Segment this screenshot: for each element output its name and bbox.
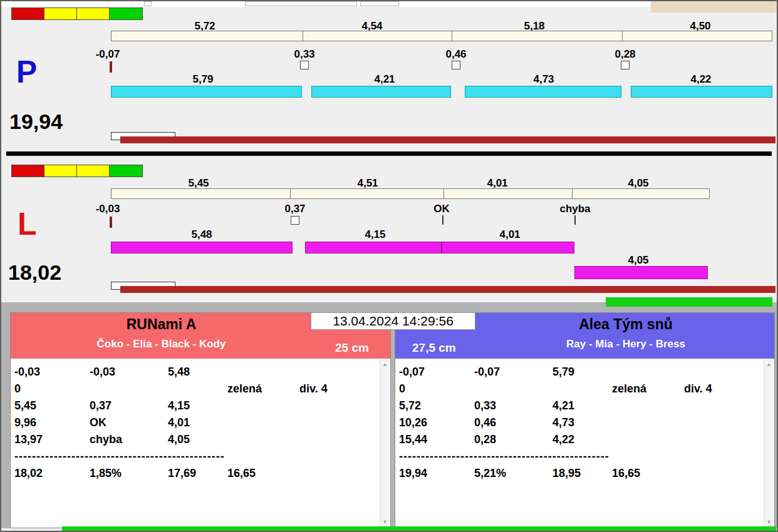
start-marker [110,61,112,73]
gate-checkbox[interactable] [452,61,460,69]
scrollbar[interactable]: ▲ ▼ [380,359,390,527]
gate-checkbox[interactable] [621,61,630,69]
result-cell: zelená [227,381,299,397]
segment-divider [572,189,573,198]
status-light-yellow-2 [77,165,110,176]
gate-diff-label: 0,46 [445,48,466,61]
elapsed-bar [120,286,775,293]
segment-divider [452,31,452,41]
result-cell: 15,44 [399,431,474,448]
result-separator: ----------------------------------------… [399,448,643,465]
lane-divider [6,151,772,156]
scroll-up-icon[interactable]: ▲ [764,359,774,369]
result-cell [612,364,684,381]
run-segment-bar [111,242,293,253]
result-cell: 0 [14,381,90,397]
result-cell: chyba [90,431,168,448]
result-cell [227,431,299,448]
result-cell: -0,07 [399,364,474,381]
finish-bar [606,297,772,307]
team-members: Čoko - Elia - Black - Kody [11,338,312,350]
split-scale-bar [111,188,710,199]
segment-time-label: 4,51 [357,177,378,190]
result-row: 13,97 chyba 4,05 [14,431,376,448]
result-summary-row: 18,02 1,85% 17,69 16,65 [14,465,376,482]
result-cell: 4,05 [168,431,227,448]
jump-height: 25 cm [335,341,369,355]
result-cell: 13,97 [14,431,90,448]
result-list: -0,07 -0,07 5,79 0 zelená div. 4 5,72 0,… [395,359,774,528]
segment-time-label: 4,05 [628,177,648,190]
run-time-label: 4,05 [628,254,648,267]
result-cell: zelená [612,381,684,397]
result-cell: 10,26 [399,414,474,431]
status-lights [11,8,143,20]
background-window-fragment [245,1,357,6]
run-segment-bar [465,86,621,98]
result-cell: 0 [399,381,474,397]
result-cell: 4,22 [552,431,612,448]
result-cell: 4,01 [168,414,227,431]
run-time-label: 5,48 [191,228,212,241]
gate-diff-label: 0,37 [284,203,305,215]
run-segment-bar [631,86,772,98]
scroll-down-icon[interactable]: ▼ [764,517,774,527]
result-cell: 5,79 [552,364,612,381]
result-row: -0,07 -0,07 5,79 [399,364,760,381]
summary-value: 16,65 [612,465,684,482]
status-lights [11,165,143,177]
datetime-display: 13.04.2024 14:29:56 [311,312,475,330]
gate-tick-mark [574,215,576,225]
result-cell [612,431,684,448]
segment-divider [290,189,291,198]
result-cell [299,414,376,431]
summary-total: 18,02 [14,465,90,482]
scrollbar[interactable]: ▲ ▼ [764,359,774,527]
lane-l: 5,45 4,51 4,01 4,05 -0,03 0,37 OK chyba … [1,158,777,309]
result-cell [168,381,227,397]
scroll-up-icon[interactable]: ▲ [380,359,390,369]
result-list: -0,03 -0,03 5,48 0 zelená div. 4 5,45 0,… [11,359,390,528]
result-cell: -0,07 [474,364,552,381]
result-cell: 0,33 [474,397,552,414]
run-segment-bar [305,242,442,253]
gate-diff-label: -0,07 [96,48,120,61]
elapsed-bar [120,136,775,143]
summary-empty [684,465,760,482]
result-row: 5,45 0,37 4,15 [14,397,376,414]
team-members: Ray - Mia - Hery - Bress [476,338,775,350]
result-cell: 0,28 [474,431,552,448]
result-cell: 5,45 [14,397,90,414]
results-section: RUNami A Čoko - Elia - Black - Kody 25 c… [1,312,777,528]
result-cell: 4,15 [168,397,227,414]
gate-status-label: OK [433,203,450,215]
gate-checkbox[interactable] [300,61,309,69]
result-cell: 4,73 [552,414,612,431]
result-cell: div. 4 [299,381,376,397]
team-name: Alea Tým snů [476,316,775,333]
result-cell: OK [90,414,168,431]
status-light-green [110,8,142,19]
result-cell: 0,37 [90,397,168,414]
status-light-yellow-1 [44,165,77,176]
summary-empty [299,465,376,482]
segment-time-label: 4,01 [487,177,507,190]
run-segment-bar [311,86,451,98]
result-cell [684,397,760,414]
bottom-green-bar [62,526,776,531]
summary-percent: 1,85% [90,465,168,482]
summary-total: 19,94 [399,465,474,482]
team-panel-right: Alea Tým snů Ray - Mia - Hery - Bress 27… [395,312,775,528]
segment-divider [303,31,303,41]
gate-checkbox[interactable] [291,216,299,225]
result-cell: -0,03 [90,364,168,381]
run-time-label: 4,01 [499,228,520,241]
result-cell: 5,72 [399,397,474,414]
gate-diff-label: 0,28 [615,48,635,61]
result-summary-row: 19,94 5,21% 18,95 16,65 [399,465,760,482]
scroll-down-icon[interactable]: ▼ [380,517,390,527]
summary-percent: 5,21% [474,465,552,482]
background-window-fragment [144,1,152,6]
result-cell [299,364,376,381]
gate-diff-label: 0,33 [294,48,314,61]
